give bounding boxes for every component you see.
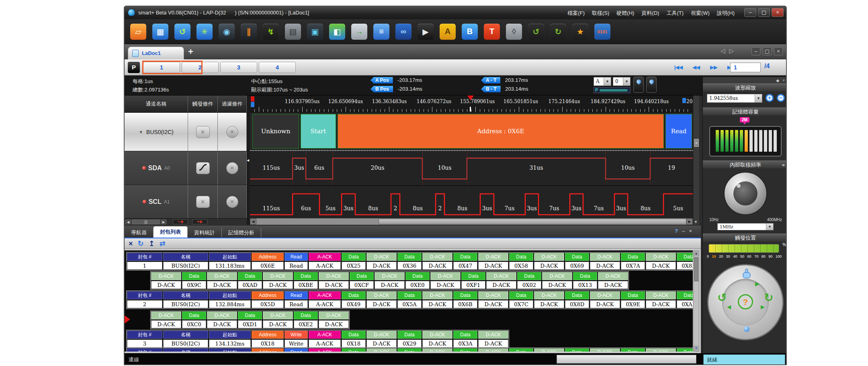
scroll-down-icon[interactable]: ▼: [694, 346, 699, 351]
marker-a-flag-icon[interactable]: [682, 98, 686, 103]
value-cell-data[interactable]: 0X3A: [453, 340, 477, 348]
close-button[interactable]: ×: [772, 8, 784, 17]
value-cell-data[interactable]: 0X25: [342, 262, 366, 270]
value-cell-dack[interactable]: D-ACK: [534, 300, 564, 308]
packet-value-row[interactable]: 3BUS0(I2C)134.132ms0X18WriteA-ACK0X18D-A…: [127, 339, 509, 348]
value-cell-dack[interactable]: D-ACK: [263, 281, 293, 289]
tab-ladoc1[interactable]: LaDoc1: [128, 47, 184, 59]
a-pos-tag[interactable]: A Pos: [371, 77, 393, 83]
value-cell-rw[interactable]: Read: [285, 262, 308, 270]
value-cell-start[interactable]: 131.183ms: [209, 262, 251, 270]
menu-item-6[interactable]: 說明(H): [717, 10, 735, 17]
scroll-thumb[interactable]: [379, 219, 686, 224]
tab-記憶體分析[interactable]: 記憶體分析: [222, 228, 261, 238]
value-cell-pk[interactable]: 1: [127, 262, 162, 270]
value-cell-data[interactable]: 0X5A: [397, 300, 422, 308]
value-cell-dack[interactable]: D-ACK: [151, 281, 181, 289]
zoom-in-icon[interactable]: +: [766, 94, 774, 102]
rotate-left-icon[interactable]: ↺: [717, 291, 727, 304]
bus-packet-Unknown[interactable]: Unknown: [252, 114, 299, 148]
memory-database-icon[interactable]: ▤: [285, 24, 301, 40]
value-cell-dack[interactable]: D-ACK: [646, 262, 676, 270]
menu-item-5[interactable]: 視窗(W): [691, 10, 710, 17]
tab-資料統計[interactable]: 資料統計: [188, 228, 222, 238]
value-cell-data[interactable]: 0XCF: [350, 281, 374, 289]
tab-scroll-left-icon[interactable]: ◁: [721, 47, 725, 55]
value-cell-dack[interactable]: D-ACK: [366, 300, 397, 308]
minimize-button[interactable]: –: [744, 8, 756, 17]
value-cell-dack[interactable]: D-ACK: [207, 320, 237, 328]
page-button-2[interactable]: 2: [182, 62, 219, 73]
value-cell-data[interactable]: 0XAF: [677, 300, 693, 308]
value-cell-data[interactable]: 0X7C: [509, 300, 533, 308]
scroll-thumb[interactable]: |||: [132, 220, 160, 224]
zoom-previous-icon[interactable]: ↺: [528, 24, 544, 40]
value-cell-data[interactable]: 0XE2: [294, 320, 318, 328]
value-cell-rw[interactable]: Read: [285, 300, 308, 308]
value-cell-dack[interactable]: D-ACK: [478, 262, 508, 270]
trigger-snapshot-icon[interactable]: ∿◉: [173, 219, 188, 224]
scroll-right-icon[interactable]: ▶: [161, 220, 166, 224]
menu-item-3[interactable]: 資料(D): [641, 10, 659, 17]
value-cell-dack[interactable]: D-ACK: [422, 262, 452, 270]
channel-row-sda[interactable]: SDA A0 ×: [125, 151, 247, 185]
value-cell-data[interactable]: 0XE0: [405, 281, 430, 289]
play-icon[interactable]: ▶: [755, 281, 760, 287]
value-cell-dack[interactable]: D-ACK: [422, 300, 452, 308]
filter-snapshot-icon[interactable]: ●◉: [192, 219, 207, 224]
packet-value-row[interactable]: 1BUS0(I2C)131.183ms0X6EReadA-ACK0X25D-AC…: [127, 261, 693, 270]
save-settings-icon[interactable]: ✳: [197, 24, 213, 40]
save-as-icon[interactable]: ↺: [174, 24, 190, 40]
value-cell-data[interactable]: 0X9E: [621, 300, 645, 308]
value-cell-dack[interactable]: D-ACK: [366, 340, 397, 348]
refresh-icon[interactable]: ↻: [138, 239, 144, 248]
value-cell-data[interactable]: 0XD1: [238, 320, 262, 328]
settings-tools-icon[interactable]: ∥: [241, 24, 257, 40]
tab-導航器[interactable]: 導航器: [125, 228, 154, 238]
value-cell-data[interactable]: 0XBE: [294, 281, 318, 289]
value-cell-dack[interactable]: D-ACK: [646, 300, 676, 308]
value-cell-dack[interactable]: D-ACK: [534, 262, 564, 270]
first-page-icon[interactable]: |◀◀: [671, 63, 686, 72]
value-cell-data[interactable]: 0X13: [573, 281, 597, 289]
value-cell-dack[interactable]: D-ACK: [263, 320, 293, 328]
value-cell-data[interactable]: 0X9C: [182, 281, 206, 289]
channel-row-scl[interactable]: SCL A1 × ×: [125, 185, 247, 218]
bus-packet-Address0X6E[interactable]: Address : 0X6E: [338, 114, 664, 148]
scroll-left-icon[interactable]: ◀: [125, 220, 131, 224]
value-cell-data[interactable]: 0X8D: [565, 300, 589, 308]
value-cell-dack[interactable]: D-ACK: [486, 281, 516, 289]
value-cell-data[interactable]: 0X6B: [453, 300, 477, 308]
value-cell-pk[interactable]: 3: [127, 340, 162, 348]
scroll-right-icon[interactable]: ▶: [686, 218, 693, 225]
scroll-thumb[interactable]: [694, 257, 698, 281]
export-list-icon[interactable]: ↥: [149, 239, 155, 248]
instrument-panel-icon[interactable]: ▣: [307, 24, 323, 40]
open-file-icon[interactable]: ▱: [130, 24, 146, 40]
channel-row-bus0[interactable]: ▼ BUS0(I2C) × ×: [125, 112, 247, 151]
pin-icon[interactable]: ◆: [776, 78, 779, 83]
packet-table-scrollbar[interactable]: ▲ ▼: [693, 250, 699, 352]
value-cell-addr[interactable]: 0X6E: [252, 262, 284, 270]
compare-docs-icon[interactable]: ≡: [373, 24, 389, 40]
value-cell-data[interactable]: 0X8B: [677, 262, 693, 270]
navigation-ball-icon[interactable]: [744, 326, 749, 332]
bus0-filter-button[interactable]: ×: [218, 113, 247, 151]
value-cell-dack[interactable]: D-ACK: [151, 320, 181, 328]
bus-packet-Start[interactable]: Start: [301, 114, 336, 148]
scl-trigger-button[interactable]: ×: [188, 185, 218, 218]
value-cell-data[interactable]: 0XC0: [182, 320, 206, 328]
zoom-scale-select[interactable]: 1.942558us ▼: [707, 94, 762, 103]
shuffle-icon[interactable]: ⇄: [160, 239, 166, 248]
window-layout-icon[interactable]: ◧: [329, 24, 345, 40]
scroll-down-icon[interactable]: ▼: [694, 220, 698, 224]
navigation-help-button[interactable]: ?: [738, 294, 753, 309]
bus-decode-icon[interactable]: ∞: [395, 24, 411, 40]
marker-index-select[interactable]: 0▼: [613, 77, 631, 86]
value-cell-start[interactable]: 134.132ms: [209, 340, 251, 348]
page-button-4[interactable]: 4: [259, 62, 296, 73]
sample-rate-knob[interactable]: [724, 172, 767, 215]
sda-name-cell[interactable]: SDA A0: [125, 151, 188, 185]
trigger-lightning-icon[interactable]: ↯: [263, 24, 279, 40]
page-button-3[interactable]: 3: [220, 62, 257, 73]
